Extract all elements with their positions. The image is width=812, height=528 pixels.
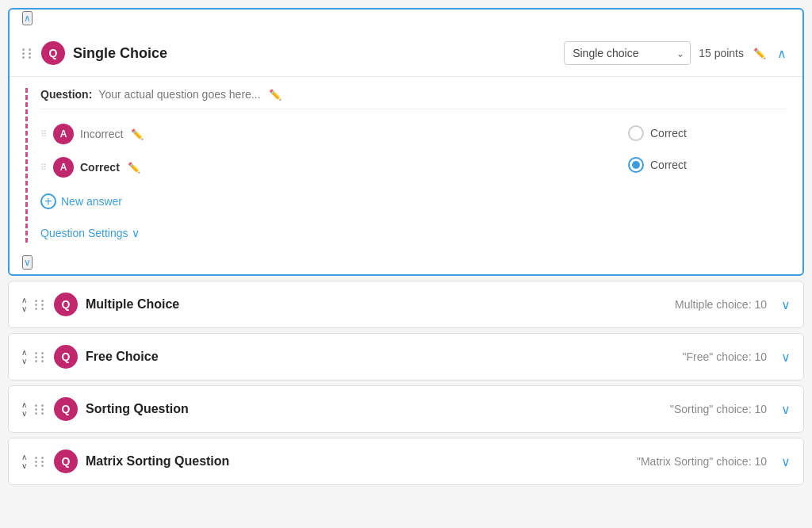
down-arrow-5[interactable]: ∨ bbox=[21, 461, 27, 470]
question-title-1: Single Choice bbox=[73, 45, 556, 62]
drag-handle-2[interactable] bbox=[35, 300, 46, 310]
correct-radio-row-1: Correct bbox=[628, 117, 787, 149]
type-select-wrapper: Single choice Multiple choice Free choic… bbox=[564, 41, 691, 65]
new-answer-button[interactable]: + New answer bbox=[40, 190, 122, 212]
question-text: Your actual question goes here... bbox=[98, 88, 260, 101]
question-row-meta-3: "Free" choice: 10 bbox=[683, 350, 767, 363]
question-row-header-5: ∧ ∨ Q Matrix Sorting Question "Matrix So… bbox=[9, 438, 803, 484]
collapse-button-1[interactable]: ∧ bbox=[774, 46, 790, 61]
answer-badge-2: A bbox=[53, 157, 74, 178]
question-body-1: Question: Your actual question goes here… bbox=[10, 76, 802, 254]
question-label: Question: bbox=[40, 88, 92, 101]
question-row-title-4: Sorting Question bbox=[86, 402, 662, 416]
q-badge-5: Q bbox=[54, 450, 78, 473]
answer-drag-2[interactable]: ⠿ bbox=[40, 163, 47, 173]
answers-area: ⠿ A Incorrect ✏️ ⠿ A Correct ✏️ bbox=[40, 117, 787, 212]
question-row-header-3: ∧ ∨ Q Free Choice "Free" choice: 10 ∨ bbox=[9, 334, 803, 380]
question-row-meta-2: Multiple choice: 10 bbox=[675, 298, 767, 311]
updown-4: ∧ ∨ bbox=[21, 400, 27, 418]
question-settings-button[interactable]: Question Settings ∨ bbox=[40, 220, 140, 243]
down-arrow-3[interactable]: ∨ bbox=[21, 357, 27, 365]
answer-text-2: Correct bbox=[80, 161, 120, 174]
question-row-5: ∧ ∨ Q Matrix Sorting Question "Matrix So… bbox=[8, 438, 804, 485]
correct-radio-1[interactable] bbox=[628, 125, 644, 141]
collapse-down-arrow[interactable]: ∨ bbox=[22, 255, 33, 270]
answer-row-2: ⠿ A Correct ✏️ bbox=[40, 151, 628, 184]
updown-5: ∧ ∨ bbox=[21, 453, 27, 470]
quiz-editor: ∧ Q Single Choice Single choice Multiple… bbox=[0, 0, 812, 528]
answer-text-1: Incorrect bbox=[80, 128, 123, 140]
question-row-meta-4: "Sorting" choice: 10 bbox=[670, 403, 767, 415]
expand-button-4[interactable]: ∨ bbox=[781, 402, 791, 417]
answer-row-1: ⠿ A Incorrect ✏️ bbox=[40, 117, 628, 151]
question-row-title-5: Matrix Sorting Question bbox=[86, 454, 629, 469]
question-text-row: Question: Your actual question goes here… bbox=[40, 88, 787, 109]
collapse-row-top: ∧ bbox=[10, 10, 802, 30]
question-text-edit-icon[interactable]: ✏️ bbox=[269, 89, 282, 101]
expand-button-3[interactable]: ∨ bbox=[781, 350, 791, 365]
question-row-meta-5: "Matrix Sorting" choice: 10 bbox=[637, 455, 767, 468]
question-row-header-4: ∧ ∨ Q Sorting Question "Sorting" choice:… bbox=[9, 386, 803, 432]
question-type-select[interactable]: Single choice Multiple choice Free choic… bbox=[564, 41, 691, 65]
question-content-1: Question: Your actual question goes here… bbox=[25, 88, 787, 243]
new-answer-label: New answer bbox=[61, 195, 122, 208]
new-answer-icon: + bbox=[40, 193, 56, 209]
question-row-2: ∧ ∨ Q Multiple Choice Multiple choice: 1… bbox=[8, 281, 804, 328]
collapse-up-arrow[interactable]: ∧ bbox=[22, 11, 33, 25]
points-label: 15 points bbox=[699, 47, 744, 59]
expand-button-5[interactable]: ∨ bbox=[781, 454, 791, 469]
question-card-1: ∧ Q Single Choice Single choice Multiple… bbox=[8, 8, 804, 276]
question-row-3: ∧ ∨ Q Free Choice "Free" choice: 10 ∨ bbox=[8, 333, 804, 381]
correct-radio-2[interactable] bbox=[628, 157, 644, 173]
drag-handle-3[interactable] bbox=[35, 352, 46, 362]
drag-handle-1[interactable] bbox=[22, 48, 33, 59]
points-edit-icon[interactable]: ✏️ bbox=[753, 48, 766, 59]
up-arrow-3[interactable]: ∧ bbox=[21, 348, 27, 357]
q-badge-1: Q bbox=[41, 41, 65, 65]
down-arrow-2[interactable]: ∨ bbox=[21, 304, 27, 313]
correct-label-2: Correct bbox=[650, 159, 687, 171]
answer-badge-1: A bbox=[53, 124, 74, 144]
question-row-header-2: ∧ ∨ Q Multiple Choice Multiple choice: 1… bbox=[9, 281, 803, 327]
question-header-1: Q Single Choice Single choice Multiple c… bbox=[10, 30, 802, 76]
question-settings-chevron: ∨ bbox=[132, 227, 140, 239]
answers-left: ⠿ A Incorrect ✏️ ⠿ A Correct ✏️ bbox=[40, 117, 628, 212]
question-row-4: ∧ ∨ Q Sorting Question "Sorting" choice:… bbox=[8, 385, 804, 433]
expand-button-2[interactable]: ∨ bbox=[781, 297, 791, 312]
up-arrow-2[interactable]: ∧ bbox=[21, 296, 27, 304]
question-row-title-3: Free Choice bbox=[86, 350, 675, 364]
question-row-title-2: Multiple Choice bbox=[86, 297, 667, 312]
answer-drag-1[interactable]: ⠿ bbox=[40, 129, 47, 140]
up-arrow-4[interactable]: ∧ bbox=[21, 400, 27, 409]
answer-edit-icon-2[interactable]: ✏️ bbox=[128, 162, 140, 174]
question-settings-label: Question Settings bbox=[40, 227, 128, 239]
drag-handle-4[interactable] bbox=[35, 404, 46, 415]
q-badge-3: Q bbox=[54, 345, 78, 369]
updown-2: ∧ ∨ bbox=[21, 296, 27, 313]
down-arrow-4[interactable]: ∨ bbox=[21, 409, 27, 418]
answers-right: Correct Correct bbox=[628, 117, 787, 212]
correct-radio-row-2: Correct bbox=[628, 149, 787, 181]
drag-handle-5[interactable] bbox=[35, 457, 46, 467]
updown-3: ∧ ∨ bbox=[21, 348, 27, 365]
q-badge-2: Q bbox=[54, 293, 78, 316]
collapse-row-bottom: ∨ bbox=[10, 254, 802, 274]
correct-label-1: Correct bbox=[650, 127, 687, 140]
answer-edit-icon-1[interactable]: ✏️ bbox=[131, 128, 144, 140]
q-badge-4: Q bbox=[54, 397, 78, 421]
up-arrow-5[interactable]: ∧ bbox=[21, 453, 27, 461]
